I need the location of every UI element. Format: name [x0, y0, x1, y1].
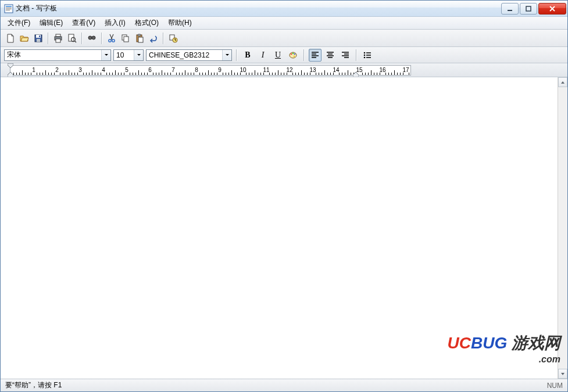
svg-rect-23 — [138, 34, 141, 36]
ruler-tick — [25, 73, 26, 75]
svg-point-31 — [294, 55, 295, 56]
ruler-number: 10 — [240, 67, 246, 73]
ruler-tick — [368, 73, 369, 75]
ruler-tick — [138, 70, 139, 75]
ruler-tick — [351, 73, 351, 75]
scroll-up-button[interactable] — [558, 77, 567, 87]
watermark-part-uc: UC — [448, 334, 471, 352]
align-left-button[interactable] — [309, 49, 321, 62]
ruler-number: 8 — [195, 67, 198, 73]
scroll-down-button[interactable] — [558, 369, 567, 379]
find-button[interactable] — [85, 32, 98, 45]
ruler-tick — [162, 70, 162, 75]
new-button[interactable] — [4, 32, 17, 45]
menu-help[interactable]: 帮助(H) — [163, 17, 197, 29]
font-script-combo[interactable]: CHINESE_GB2312 — [146, 49, 232, 61]
ruler-tick — [394, 70, 395, 75]
align-right-button[interactable] — [339, 49, 352, 62]
italic-button[interactable]: I — [256, 49, 269, 62]
ruler-number: 12 — [286, 67, 292, 73]
underline-button[interactable]: U — [272, 49, 284, 62]
maximize-button[interactable] — [520, 3, 537, 15]
bold-button[interactable]: B — [241, 49, 254, 62]
ruler-number: 3 — [78, 67, 82, 73]
ruler-tick — [214, 73, 215, 75]
undo-button[interactable] — [147, 32, 160, 45]
svg-point-19 — [112, 39, 115, 41]
ruler-tick — [182, 73, 183, 75]
ruler-number: 6 — [148, 67, 152, 73]
ruler-tick — [124, 73, 124, 75]
ruler-tick — [37, 73, 37, 75]
ruler-tick — [400, 73, 401, 75]
ruler-number: 11 — [263, 67, 269, 73]
watermark-part-bug: BUG — [471, 334, 507, 352]
ruler-tick — [74, 73, 75, 75]
right-indent-marker[interactable] — [353, 72, 359, 77]
menu-view[interactable]: 查看(V) — [67, 17, 100, 29]
svg-rect-10 — [39, 35, 40, 37]
ruler-tick — [153, 73, 153, 75]
svg-rect-1 — [6, 6, 12, 7]
ruler-tick — [327, 73, 328, 75]
ruler-tick — [199, 73, 200, 75]
ruler-tick — [252, 73, 252, 75]
datetime-button[interactable] — [167, 32, 180, 45]
ruler-bar: 1234567891011121314151617 — [1, 63, 567, 77]
watermark-part-cn: 游戏网 — [512, 334, 560, 352]
ruler-tick — [185, 70, 185, 75]
ruler-tick — [284, 73, 284, 75]
minimize-button[interactable] — [501, 3, 519, 15]
ruler-tick — [83, 73, 84, 75]
font-size-combo[interactable]: 10 — [113, 49, 144, 61]
copy-button[interactable] — [119, 32, 132, 45]
ruler-tick — [301, 70, 302, 75]
svg-point-18 — [109, 39, 111, 41]
ruler-tick — [40, 73, 40, 75]
toolbar-separator — [48, 33, 49, 44]
ruler-tick — [141, 73, 142, 75]
save-button[interactable] — [32, 32, 45, 45]
font-size-value: 10 — [114, 51, 134, 59]
menu-edit[interactable]: 编辑(E) — [35, 17, 67, 29]
first-line-indent-marker[interactable] — [8, 63, 13, 68]
ruler-number: 7 — [172, 67, 175, 73]
dropdown-arrow-icon — [134, 50, 143, 60]
menu-insert[interactable]: 插入(I) — [100, 17, 130, 29]
align-center-button[interactable] — [324, 49, 337, 62]
ruler-tick — [72, 73, 72, 75]
cut-button[interactable] — [105, 32, 118, 45]
ruler-tick — [51, 73, 52, 75]
close-button[interactable] — [538, 3, 566, 15]
ruler-tick — [165, 73, 165, 75]
scrollbar-track[interactable] — [558, 87, 567, 369]
ruler-tick — [45, 70, 46, 75]
vertical-scrollbar[interactable] — [558, 77, 567, 379]
document-area[interactable]: UCBUG 游戏网 .com — [1, 77, 567, 379]
ruler-tick — [22, 70, 23, 75]
menu-file[interactable]: 文件(F) — [3, 17, 35, 29]
dropdown-arrow-icon — [101, 50, 110, 60]
print-button[interactable] — [52, 32, 65, 45]
ruler-tick — [348, 70, 348, 75]
ruler-tick — [217, 73, 217, 75]
font-color-button[interactable] — [287, 49, 299, 62]
font-name-combo[interactable]: 宋体 — [4, 49, 111, 61]
paste-button[interactable] — [133, 32, 146, 45]
ruler-tick — [60, 73, 60, 75]
ruler-tick — [307, 73, 308, 75]
print-preview-button[interactable] — [66, 32, 78, 45]
formatbar: 宋体 10 CHINESE_GB2312 B I U — [1, 47, 567, 63]
ruler-tick — [86, 73, 87, 75]
ruler[interactable]: 1234567891011121314151617 — [10, 65, 411, 75]
ruler-tick — [95, 73, 95, 75]
svg-rect-21 — [124, 37, 128, 42]
ruler-tick — [295, 73, 296, 75]
bullets-button[interactable] — [361, 49, 374, 62]
menu-format[interactable]: 格式(O) — [130, 17, 163, 29]
ruler-tick — [106, 73, 107, 75]
formatbar-separator — [356, 49, 357, 61]
watermark-line2: .com — [448, 354, 560, 365]
left-indent-marker[interactable] — [8, 72, 13, 77]
open-button[interactable] — [18, 32, 31, 45]
